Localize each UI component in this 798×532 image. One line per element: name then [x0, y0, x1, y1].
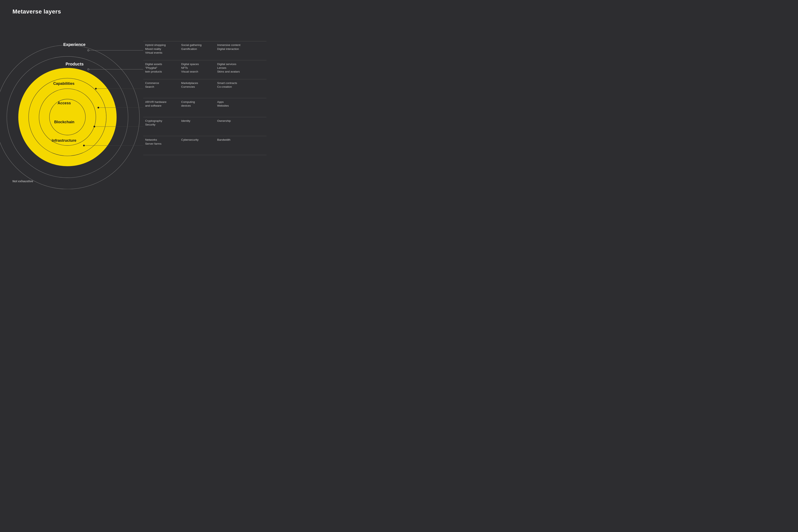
svg-text:Digital spaces: Digital spaces — [181, 62, 199, 66]
svg-text:Networks: Networks — [145, 138, 157, 141]
svg-text:devices: devices — [181, 104, 191, 107]
svg-text:Experience: Experience — [63, 42, 86, 47]
svg-text:Smart contracts: Smart contracts — [217, 81, 237, 84]
svg-text:Currencies: Currencies — [181, 85, 195, 88]
svg-text:Security: Security — [145, 123, 156, 126]
svg-text:Skins and avatars: Skins and avatars — [217, 70, 240, 73]
not-exhaustive-label: Not exhaustive — [13, 179, 33, 183]
svg-text:Digital interaction: Digital interaction — [217, 48, 239, 51]
svg-text:Cybersecurity: Cybersecurity — [181, 138, 199, 141]
svg-point-7 — [88, 50, 89, 51]
svg-text:Visual search: Visual search — [181, 70, 198, 73]
svg-text:Identity: Identity — [181, 119, 190, 122]
page-title: Metaverse layers — [13, 8, 61, 15]
svg-point-15 — [94, 126, 95, 127]
svg-text:Blockchain: Blockchain — [54, 120, 74, 124]
svg-text:AR/VR hardware: AR/VR hardware — [145, 100, 167, 103]
svg-text:Social gathering: Social gathering — [181, 43, 202, 46]
svg-text:Gamification: Gamification — [181, 48, 197, 51]
svg-text:Lenses: Lenses — [217, 66, 226, 70]
svg-text:Bandwidth: Bandwidth — [217, 138, 230, 141]
svg-text:Server farms: Server farms — [145, 142, 162, 145]
svg-point-17 — [83, 145, 84, 146]
svg-point-13 — [98, 107, 99, 108]
svg-text:Apps: Apps — [217, 100, 224, 103]
svg-text:and software: and software — [145, 104, 162, 107]
svg-text:Co-creation: Co-creation — [217, 85, 232, 88]
svg-text:Immersive content: Immersive content — [217, 43, 241, 46]
svg-text:Hybrid shopping: Hybrid shopping — [145, 43, 166, 46]
svg-text:Capabilities: Capabilities — [53, 81, 74, 86]
svg-text:"Phygital": "Phygital" — [145, 66, 157, 70]
svg-text:Digital services: Digital services — [217, 62, 236, 66]
svg-text:Access: Access — [58, 101, 71, 105]
svg-text:Marketplaces: Marketplaces — [181, 81, 198, 84]
svg-text:Mixed reality: Mixed reality — [145, 48, 161, 51]
svg-text:Search: Search — [145, 85, 154, 88]
svg-text:Computing: Computing — [181, 100, 195, 103]
diagram-container: Experience Products Capabilities Access … — [0, 17, 284, 189]
svg-text:Products: Products — [65, 62, 83, 66]
svg-text:twin products: twin products — [145, 70, 162, 73]
svg-text:Cryptography: Cryptography — [145, 119, 162, 122]
svg-text:Virtual events: Virtual events — [145, 51, 163, 54]
svg-text:Infrastructure: Infrastructure — [52, 138, 76, 142]
svg-text:Digital assets: Digital assets — [145, 62, 162, 66]
svg-text:NFTs: NFTs — [181, 66, 188, 70]
svg-point-9 — [88, 69, 89, 70]
svg-point-11 — [95, 88, 97, 89]
svg-text:Websites: Websites — [217, 104, 229, 107]
svg-text:Ownership: Ownership — [217, 119, 231, 122]
svg-text:Commerce: Commerce — [145, 81, 159, 84]
